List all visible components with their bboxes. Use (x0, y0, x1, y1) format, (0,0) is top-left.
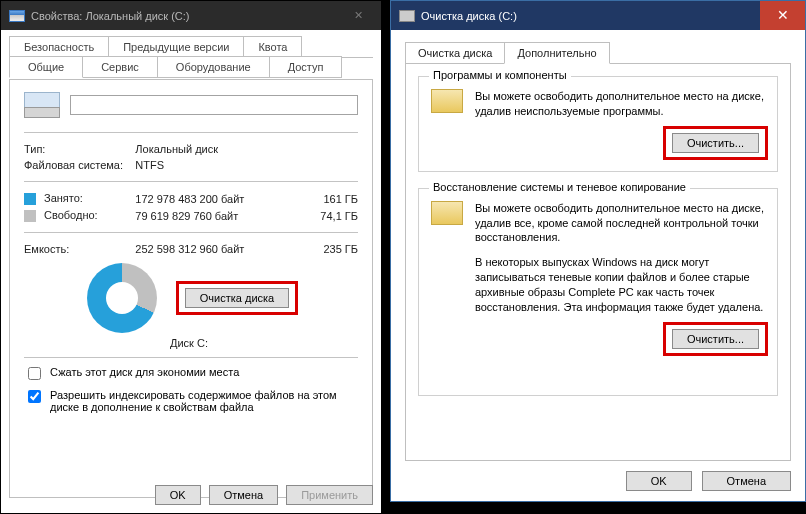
tab-disk-cleanup[interactable]: Очистка диска (405, 42, 505, 64)
checkbox-index[interactable] (28, 390, 41, 403)
tab-previous-versions[interactable]: Предыдущие версии (108, 36, 244, 57)
group-restore-legend: Восстановление системы и теневое копиров… (429, 181, 690, 193)
checkbox-index-label: Разрешить индексировать содержимое файло… (50, 389, 358, 413)
disk-cleanup-button[interactable]: Очистка диска (185, 288, 289, 308)
tab-row-1: Безопасность Предыдущие версии Квота (9, 36, 373, 58)
titlebar[interactable]: Очистка диска (C:) ✕ (391, 1, 805, 30)
drive-icon (9, 10, 25, 22)
tab-hardware[interactable]: Оборудование (157, 56, 270, 78)
label-capacity: Емкость: (24, 241, 135, 257)
tab-more-options[interactable]: Дополнительно (504, 42, 609, 64)
clean-restore-button[interactable]: Очистить... (672, 329, 759, 349)
value-used-gb: 161 ГБ (297, 190, 358, 207)
drive-icon (399, 10, 415, 22)
group-programs-text: Вы можете освободить дополнительное мест… (475, 89, 765, 119)
group-restore-text-2: В некоторых выпусках Windows на диск мог… (475, 255, 765, 314)
highlight-cleanup: Очистка диска (179, 284, 295, 312)
label-used: Занято: (44, 192, 83, 204)
label-fs: Файловая система: (24, 157, 135, 173)
tab-service[interactable]: Сервис (82, 56, 158, 78)
tab-panel-general: Тип: Локальный диск Файловая система: NT… (9, 80, 373, 498)
checkbox-compress[interactable] (28, 367, 41, 380)
group-restore-text-1: Вы можете освободить дополнительное мест… (475, 201, 765, 246)
value-fs: NTFS (135, 157, 297, 173)
value-used-bytes: 172 978 483 200 байт (135, 190, 297, 207)
drive-name-input[interactable] (70, 95, 358, 115)
label-free: Свободно: (44, 209, 98, 221)
drive-icon (24, 92, 58, 118)
value-free-bytes: 79 619 829 760 байт (135, 207, 297, 224)
tab-security[interactable]: Безопасность (9, 36, 109, 57)
clean-programs-button[interactable]: Очистить... (672, 133, 759, 153)
group-programs: Программы и компоненты Вы можете освобод… (418, 76, 778, 172)
programs-icon (431, 89, 463, 113)
window-title: Свойства: Локальный диск (C:) (31, 10, 190, 22)
ok-button[interactable]: OK (626, 471, 692, 491)
tab-general[interactable]: Общие (9, 56, 83, 78)
footer-buttons: OK Отмена Применить (9, 485, 373, 505)
footer-buttons: OK Отмена (626, 471, 791, 491)
titlebar[interactable]: Свойства: Локальный диск (C:) ✕ (1, 1, 381, 30)
checkbox-compress-row[interactable]: Сжать этот диск для экономии места (24, 366, 358, 383)
label-type: Тип: (24, 141, 135, 157)
value-capacity-bytes: 252 598 312 960 байт (135, 241, 297, 257)
value-type: Локальный диск (135, 141, 297, 157)
checkbox-index-row[interactable]: Разрешить индексировать содержимое файло… (24, 389, 358, 413)
properties-window: Свойства: Локальный диск (C:) ✕ Безопасн… (0, 0, 382, 514)
tab-sharing[interactable]: Доступ (269, 56, 343, 78)
checkbox-compress-label: Сжать этот диск для экономии места (50, 366, 239, 378)
disk-caption: Диск C: (170, 337, 208, 349)
ok-button[interactable]: OK (155, 485, 201, 505)
info-table: Тип: Локальный диск Файловая система: NT… (24, 141, 358, 173)
close-icon[interactable]: ✕ (760, 1, 805, 30)
used-color-swatch (24, 193, 36, 205)
disk-cleanup-window: Очистка диска (C:) ✕ Очистка диска Допол… (390, 0, 806, 502)
tab-row-2: Общие Сервис Оборудование Доступ (9, 57, 373, 80)
highlight-clean-restore: Очистить... (666, 325, 765, 353)
cancel-button[interactable]: Отмена (702, 471, 791, 491)
tab-quota[interactable]: Квота (243, 36, 302, 57)
group-programs-legend: Программы и компоненты (429, 69, 571, 81)
free-color-swatch (24, 210, 36, 222)
window-title: Очистка диска (C:) (421, 10, 517, 22)
tab-panel-more: Программы и компоненты Вы можете освобод… (405, 63, 791, 461)
restore-icon (431, 201, 463, 225)
usage-donut-chart (87, 263, 157, 333)
close-icon[interactable]: ✕ (336, 1, 381, 30)
apply-button: Применить (286, 485, 373, 505)
group-restore: Восстановление системы и теневое копиров… (418, 188, 778, 396)
value-free-gb: 74,1 ГБ (297, 207, 358, 224)
tabs: Очистка диска Дополнительно Программы и … (405, 42, 791, 461)
cancel-button[interactable]: Отмена (209, 485, 278, 505)
highlight-clean-programs: Очистить... (666, 129, 765, 157)
value-capacity-gb: 235 ГБ (297, 241, 358, 257)
